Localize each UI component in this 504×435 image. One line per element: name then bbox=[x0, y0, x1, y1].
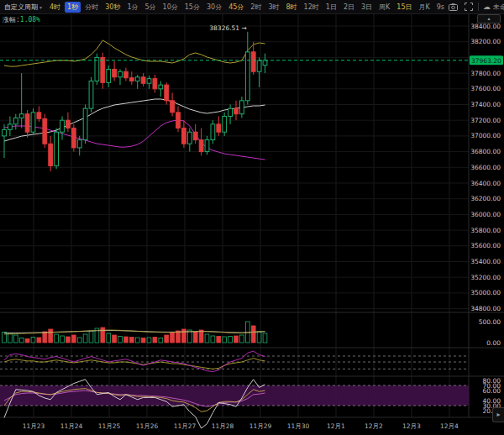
svg-text:36600.00: 36600.00 bbox=[470, 164, 501, 171]
svg-text:11月29: 11月29 bbox=[249, 422, 272, 430]
period-item[interactable]: 1秒 bbox=[65, 2, 81, 13]
period-item[interactable]: 15日 bbox=[394, 2, 414, 13]
change-label: 涨幅: bbox=[3, 16, 20, 24]
svg-text:37800.00: 37800.00 bbox=[470, 70, 501, 77]
period-item[interactable]: 8时 bbox=[284, 2, 300, 13]
trading-app: 37963.2038326.51 →38400.0038200.0037800.… bbox=[0, 0, 504, 435]
svg-text:35400.00: 35400.00 bbox=[470, 258, 501, 265]
custom-period-menu[interactable]: 自定义周期 ▾ bbox=[0, 3, 46, 12]
period-item[interactable]: 3时 bbox=[265, 2, 281, 13]
fullscreen-icon[interactable] bbox=[463, 3, 474, 12]
high-price-annotation: 38326.51 → bbox=[209, 24, 246, 32]
period-item[interactable]: 周K bbox=[376, 2, 392, 13]
svg-text:36000.00: 36000.00 bbox=[470, 211, 501, 218]
toolbar-right-group: ☁ 未命名 ▾ 下单 bbox=[448, 0, 504, 13]
period-item[interactable]: 5分 bbox=[142, 2, 158, 13]
layout-name-label: 未命名 bbox=[493, 3, 504, 12]
svg-text:11月23: 11月23 bbox=[23, 422, 45, 430]
panel-expand-button[interactable]: ▸ bbox=[492, 407, 504, 422]
svg-text:36400.00: 36400.00 bbox=[470, 180, 501, 187]
period-item[interactable]: 45分 bbox=[226, 2, 246, 13]
svg-text:35600.00: 35600.00 bbox=[470, 242, 501, 249]
period-item[interactable]: 4时 bbox=[47, 2, 63, 13]
custom-period-label: 自定义周期 bbox=[4, 3, 38, 12]
period-item[interactable]: 1日 bbox=[323, 2, 339, 13]
period-item[interactable]: 15分 bbox=[182, 2, 202, 13]
svg-text:0.00: 0.00 bbox=[486, 339, 501, 347]
price-chart-canvas[interactable]: 37963.2038326.51 →38400.0038200.0037800.… bbox=[0, 0, 504, 435]
period-toolbar: 自定义周期 ▾ 4时1秒分时30秒1分5分10分15分30分45分2时3时8时1… bbox=[0, 0, 504, 14]
chevron-down-icon: ▾ bbox=[39, 4, 42, 10]
camera-icon[interactable] bbox=[448, 3, 459, 12]
svg-text:36200.00: 36200.00 bbox=[470, 195, 501, 202]
svg-text:12月4: 12月4 bbox=[440, 422, 459, 430]
period-item[interactable]: 月K bbox=[417, 2, 433, 13]
svg-text:37600.00: 37600.00 bbox=[470, 85, 501, 92]
svg-text:37400.00: 37400.00 bbox=[470, 101, 501, 108]
change-percent-readout: 涨幅:1.08% bbox=[3, 15, 40, 24]
svg-text:11月30: 11月30 bbox=[287, 422, 310, 430]
svg-text:35000.00: 35000.00 bbox=[470, 289, 501, 296]
cloud-icon: ☁ bbox=[483, 3, 491, 11]
period-item[interactable]: 9s bbox=[434, 3, 447, 12]
period-item[interactable]: 2日 bbox=[341, 2, 357, 13]
svg-text:500.00: 500.00 bbox=[479, 318, 501, 326]
svg-text:35800.00: 35800.00 bbox=[470, 227, 501, 234]
svg-text:37963.20: 37963.20 bbox=[471, 57, 501, 65]
period-item[interactable]: 2时 bbox=[248, 2, 264, 13]
period-item[interactable]: 1分 bbox=[124, 2, 140, 13]
svg-text:12月2: 12月2 bbox=[365, 422, 383, 430]
period-item[interactable]: 30分 bbox=[204, 2, 224, 13]
period-item[interactable]: 分时 bbox=[82, 2, 101, 13]
svg-text:36800.00: 36800.00 bbox=[470, 148, 501, 155]
svg-text:35200.00: 35200.00 bbox=[470, 274, 501, 281]
cloud-save-menu[interactable]: ☁ 未命名 ▾ bbox=[483, 3, 504, 12]
axis-collapse-button[interactable]: ▴ bbox=[477, 14, 501, 24]
svg-text:12月3: 12月3 bbox=[402, 422, 421, 430]
period-button-list: 4时1秒分时30秒1分5分10分15分30分45分2时3时8时12时1日2日3日… bbox=[46, 2, 448, 13]
period-item[interactable]: 12时 bbox=[302, 2, 322, 13]
svg-text:11月24: 11月24 bbox=[60, 422, 83, 430]
change-value: 1.08% bbox=[20, 16, 40, 24]
svg-text:12月1: 12月1 bbox=[327, 422, 345, 430]
svg-text:38200.00: 38200.00 bbox=[470, 38, 501, 45]
svg-text:11月27: 11月27 bbox=[174, 422, 197, 430]
svg-text:37200.00: 37200.00 bbox=[470, 117, 501, 124]
svg-text:37000.00: 37000.00 bbox=[470, 132, 501, 139]
svg-text:34800.00: 34800.00 bbox=[470, 305, 501, 312]
svg-text:11月28: 11月28 bbox=[212, 422, 234, 430]
period-item[interactable]: 30秒 bbox=[102, 2, 123, 13]
svg-text:11月25: 11月25 bbox=[98, 422, 121, 430]
toolbar-divider bbox=[478, 3, 479, 11]
period-item[interactable]: 10分 bbox=[160, 2, 181, 13]
period-item[interactable]: 3日 bbox=[359, 2, 375, 13]
svg-text:11月26: 11月26 bbox=[136, 422, 159, 430]
svg-text:60.00: 60.00 bbox=[483, 387, 501, 395]
